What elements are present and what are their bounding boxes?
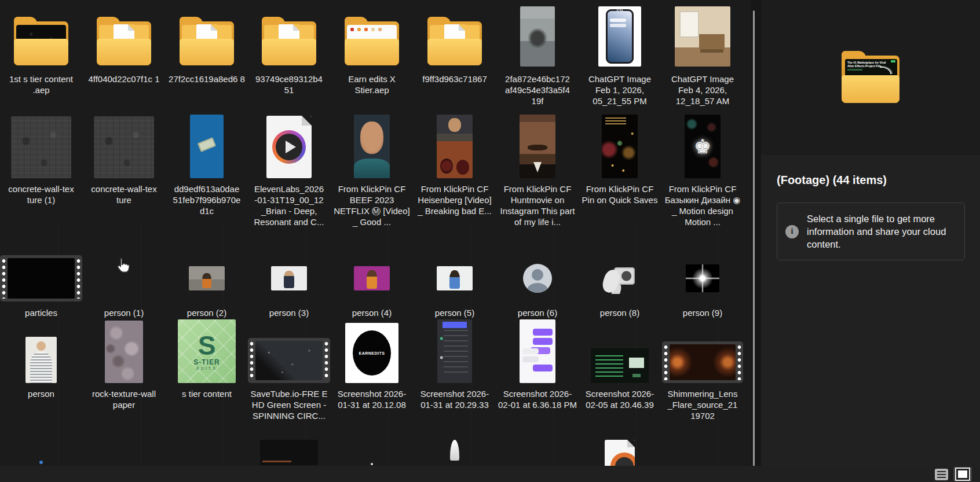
folder-item[interactable]: f9ff3d963c71867	[414, 7, 496, 84]
file-label: person (3)	[250, 307, 328, 318]
thumbnail-view-button[interactable]	[953, 467, 972, 481]
file-item[interactable]: person (4)	[331, 255, 413, 318]
folder-icon	[13, 17, 70, 67]
file-item[interactable]: From KlickPin CF Heisenberg [Video] _ Br…	[414, 113, 496, 216]
file-item[interactable]: dd9edf613a0dae 51feb7f996b970e d1c	[166, 113, 248, 216]
file-thumbnail	[354, 266, 390, 290]
file-label: s tier content	[167, 388, 246, 399]
file-item[interactable]	[0, 440, 82, 466]
file-item[interactable]: Screenshot 2026-01-31 at 20.29.33	[414, 319, 496, 410]
folder-item[interactable]: 93749ce89312b4 51	[248, 7, 330, 95]
folder-preview-icon: The #1 Marketplace for Viral After Effec…	[840, 51, 901, 104]
panel-title: (Footage) (44 items)	[777, 174, 887, 187]
file-label: 1st s tier content .aep	[2, 73, 81, 95]
file-item[interactable]: rock-texture-wall paper	[83, 319, 165, 410]
file-item[interactable]: person (5)	[414, 255, 496, 318]
file-thumbnail	[662, 341, 743, 383]
filmstrip-frame	[8, 258, 75, 299]
file-label: From KlickPin CF Heisenberg [Video] _ Br…	[415, 183, 494, 216]
stier-logo-text: S-TIER	[193, 358, 220, 366]
file-label: 93749ce89312b4 51	[250, 73, 328, 95]
details-panel: The #1 Marketplace for Viral After Effec…	[761, 0, 980, 482]
file-item[interactable]	[248, 440, 330, 466]
file-thumbnail: ♚	[685, 115, 721, 178]
file-item[interactable]: person (6)	[496, 255, 579, 318]
file-label: From KlickPin CF Базыкин Дизайн ◉ _ Moti…	[663, 183, 742, 227]
file-label: 4ff040d22c07f1c 1	[85, 73, 163, 84]
list-view-button[interactable]	[932, 467, 950, 481]
file-item[interactable]: From KlickPin CF Huntmovie on Instagram …	[496, 113, 579, 227]
file-item[interactable]: concrete-wall-tex ture (1)	[0, 113, 82, 205]
file-thumbnail	[25, 337, 57, 383]
file-item[interactable]: SS-TIEREDITSs tier content	[166, 319, 248, 399]
folder-icon	[426, 17, 483, 67]
file-item[interactable]: Shimmering_Lens _Flare_source_21 19702	[661, 319, 744, 421]
file-label: person (2)	[167, 307, 246, 318]
file-item[interactable]	[579, 440, 661, 466]
file-item[interactable]: Screenshot 2026-02-05 at 20.46.39	[579, 319, 661, 410]
file-thumbnail	[11, 116, 71, 178]
file-thumbnail	[437, 319, 472, 383]
file-item[interactable]: person (3)	[248, 255, 330, 318]
file-thumbnail	[94, 116, 154, 178]
file-item[interactable]: ElevenLabs_2026 -01-31T19_00_12 _Brian -…	[248, 113, 330, 227]
file-thumbnail: EARNEDITS	[345, 323, 398, 383]
filmstrip-frame	[255, 341, 323, 380]
folder-icon	[261, 17, 317, 67]
file-item[interactable]: 2fa872e46bc172 af49c54e3f3a5f4 19f	[496, 7, 579, 106]
file-label: Screenshot 2026-02-01 at 6.36.18 PM	[498, 388, 577, 410]
file-label: person (4)	[332, 307, 411, 318]
stier-logo-subtext: EDITS	[196, 366, 217, 370]
file-item[interactable]: person (2)	[166, 255, 248, 318]
file-label: SaveTube.io-FRE E HD Green Screen - SPIN…	[250, 388, 328, 421]
file-browser-window: 1st s tier content .aep4ff040d22c07f1c 1…	[0, 0, 980, 482]
file-item[interactable]: particles	[0, 255, 82, 318]
vertical-scrollbar[interactable]	[753, 10, 755, 482]
file-label: Screenshot 2026-02-05 at 20.46.39	[580, 388, 659, 410]
file-item[interactable]: From KlickPin CF BEEF 2023 NETFLIX Ⓜ [Vi…	[331, 113, 413, 227]
file-label: person (5)	[415, 307, 494, 318]
file-thumbnail	[271, 266, 307, 290]
file-thumbnail	[523, 264, 552, 293]
file-thumbnail	[520, 115, 555, 178]
folder-item[interactable]: 1st s tier content .aep	[0, 7, 82, 95]
play-button-icon	[272, 130, 306, 164]
file-thumbnail	[190, 115, 224, 178]
file-item[interactable]: 9:41ChatGPT Image Feb 1, 2026, 05_21_55 …	[579, 7, 661, 106]
file-thumbnail	[602, 115, 638, 178]
file-item[interactable]: ChatGPT Image Feb 4, 2026, 12_18_57 AM	[661, 7, 744, 106]
info-text: Select a single file to get more informa…	[807, 212, 955, 251]
file-thumbnail	[605, 440, 635, 466]
site-green-accent	[847, 69, 862, 71]
file-item[interactable]: person	[0, 319, 82, 399]
file-thumbnail	[371, 463, 373, 465]
folder-item[interactable]: 4ff040d22c07f1c 1	[83, 7, 165, 84]
folder-item[interactable]: 27f2cc1619a8ed6 8	[166, 7, 248, 84]
file-label: Screenshot 2026-01-31 at 20.12.08	[332, 388, 411, 410]
stier-logo-letter: S	[198, 333, 216, 358]
file-item[interactable]: From KlickPin CF Pin on Quick Saves	[579, 113, 661, 205]
filmstrip-frame	[670, 344, 736, 380]
site-headline-line2: After Effects Project File...	[847, 64, 895, 68]
file-label: ChatGPT Image Feb 4, 2026, 12_18_57 AM	[663, 73, 742, 106]
file-thumbnail	[354, 115, 390, 178]
file-item[interactable]: EARNEDITSScreenshot 2026-01-31 at 20.12.…	[331, 319, 413, 410]
file-item[interactable]: SaveTube.io-FRE E HD Green Screen - SPIN…	[248, 319, 330, 421]
file-item[interactable]: Screenshot 2026-02-01 at 6.36.18 PM	[496, 319, 579, 410]
file-item[interactable]: person (8)	[579, 255, 661, 318]
file-label: person (6)	[498, 307, 577, 318]
file-thumbnail	[189, 266, 225, 290]
file-label: person (9)	[663, 307, 742, 318]
phone-graphic	[606, 9, 634, 64]
file-thumbnail	[450, 440, 459, 461]
file-item[interactable]	[414, 440, 496, 466]
content-grid: 1st s tier content .aep4ff040d22c07f1c 1…	[0, 0, 751, 466]
file-item[interactable]: ♚From KlickPin CF Базыкин Дизайн ◉ _ Mot…	[661, 113, 744, 227]
file-thumbnail	[260, 440, 318, 465]
folder-icon	[178, 17, 235, 67]
file-item[interactable]	[331, 440, 413, 466]
file-item[interactable]: concrete-wall-tex ture	[83, 113, 165, 205]
folder-item[interactable]: Earn edits X Stier.aep	[331, 7, 413, 95]
file-item[interactable]: person (9)	[661, 255, 744, 318]
folder-icon	[343, 17, 400, 67]
